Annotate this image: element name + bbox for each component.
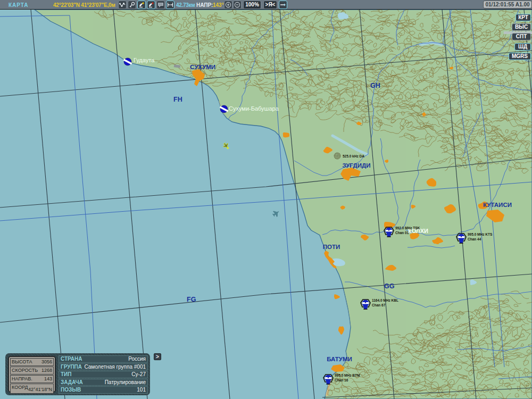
svg-text:525.0 kHz DA: 525.0 kHz DA — [343, 154, 364, 158]
svg-text:СУХУМИ: СУХУМИ — [190, 64, 215, 70]
svg-text:995.0 MHz BTM: 995.0 MHz BTM — [335, 373, 360, 377]
svg-text:Сухуми-Бабушара: Сухуми-Бабушара — [229, 105, 279, 112]
svg-text:GH: GH — [370, 82, 380, 89]
svg-text:Chan 44: Chan 44 — [468, 237, 481, 241]
svg-text:Chan 01: Chan 01 — [395, 231, 409, 235]
svg-text:1164.0 MHz KBL: 1164.0 MHz KBL — [372, 298, 398, 302]
svg-text:Chan 16: Chan 16 — [335, 378, 348, 382]
svg-text:FH: FH — [173, 96, 182, 103]
svg-text:Chan 67: Chan 67 — [372, 303, 386, 307]
svg-text:995.0 MHz KTS: 995.0 MHz KTS — [468, 232, 493, 236]
svg-text:БАТУМИ: БАТУМИ — [327, 356, 352, 362]
svg-text:ЗУГДИДИ: ЗУГДИДИ — [342, 162, 370, 169]
svg-text:GG: GG — [384, 282, 394, 290]
svg-text:КУТАИСИ: КУТАИСИ — [483, 202, 512, 208]
svg-text:Гудаута: Гудаута — [134, 57, 155, 63]
svg-text:ПОТИ: ПОТИ — [323, 244, 340, 250]
svg-text:992.0 MHz TSK: 992.0 MHz TSK — [395, 226, 420, 230]
svg-text:FG: FG — [187, 296, 196, 303]
